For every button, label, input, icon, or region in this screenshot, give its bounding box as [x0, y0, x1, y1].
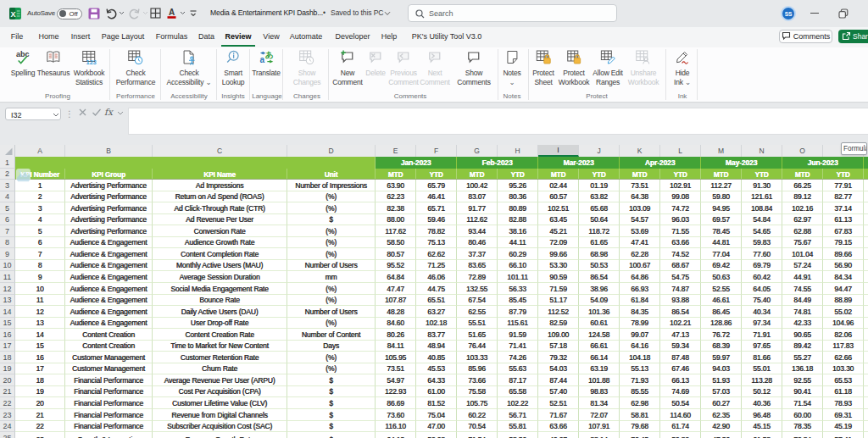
cell-O11[interactable]: 44.91 [782, 271, 823, 283]
column-header-N[interactable]: N [742, 145, 782, 157]
cell-B18[interactable]: Customer Management [65, 352, 153, 363]
cell-D16[interactable]: Number of Content [287, 329, 376, 341]
undo-icon[interactable] [105, 8, 117, 19]
cell-G8[interactable]: 80.46 [457, 237, 498, 248]
cell-G17[interactable]: 76.44 [457, 341, 498, 352]
cell-D18[interactable]: (%) [287, 352, 376, 363]
cell-B14[interactable]: Audience & Engagement [65, 306, 153, 318]
cell-M20[interactable]: 51.93 [701, 374, 742, 386]
cell-K14[interactable]: 84.35 [620, 306, 660, 318]
cell-F25[interactable]: 52.08 [416, 432, 457, 438]
customize-qat-icon[interactable] [189, 9, 198, 18]
cell-J19[interactable]: 63.19 [579, 363, 620, 374]
cell-Q12[interactable] [864, 283, 868, 295]
cell-N17[interactable]: 97.65 [742, 341, 782, 352]
cell-K13[interactable]: 61.84 [620, 295, 660, 306]
cell-I13[interactable]: 51.17 [538, 295, 579, 306]
cell-L7[interactable]: 71.55 [660, 225, 701, 237]
cell-D3[interactable]: Number of Impressions [287, 180, 376, 191]
row-header-25[interactable]: 25 [0, 432, 15, 438]
check-accessibility-button[interactable]: CheckAccessibility ⌄ [167, 50, 212, 86]
cell-B19[interactable]: Customer Management [65, 363, 153, 374]
cell-C5[interactable]: Ad Click-Through Rate (CTR) [153, 202, 287, 214]
cell-G23[interactable]: 60.22 [457, 409, 498, 421]
workbook-statistics-button[interactable]: 123WorkbookStatistics [74, 50, 105, 86]
cell-L9[interactable]: 74.52 [660, 248, 701, 260]
cell-B6[interactable]: Advertising Performance [65, 214, 153, 225]
cell-B10[interactable]: Audience & Engagement [65, 260, 153, 271]
cell-D14[interactable]: Number of Users [287, 306, 376, 318]
cell-G18[interactable]: 103.33 [457, 352, 498, 363]
cell-L11[interactable]: 54.75 [660, 271, 701, 283]
cell-E16[interactable]: 80.26 [376, 329, 416, 341]
cell-I7[interactable]: 45.21 [538, 225, 579, 237]
row-header-20[interactable]: 20 [0, 374, 15, 386]
cell-P20[interactable]: 65.53 [823, 374, 864, 386]
cell-B20[interactable]: Financial Performance [65, 374, 153, 386]
cell-F19[interactable]: 45.53 [416, 363, 457, 374]
cell-A17[interactable]: 15 [15, 341, 65, 352]
comments-button[interactable]: Comments [779, 30, 832, 43]
font-color-icon[interactable]: A [166, 8, 177, 19]
cell-E8[interactable]: 58.50 [376, 237, 416, 248]
cell-O14[interactable]: 74.81 [782, 306, 823, 318]
cell-D22[interactable]: $ [287, 397, 376, 409]
cell-L4[interactable]: 99.08 [660, 191, 701, 202]
cell-G24[interactable]: 70.54 [457, 421, 498, 432]
cell-N18[interactable]: 81.66 [742, 352, 782, 363]
tab-home[interactable]: Home [38, 32, 58, 41]
cell-M12[interactable]: 52.55 [701, 283, 742, 295]
cell-H14[interactable]: 87.79 [498, 306, 538, 318]
cell-K15[interactable]: 78.99 [620, 318, 660, 329]
cell-A8[interactable]: 6 [15, 237, 65, 248]
cell-D9[interactable]: (%) [287, 248, 376, 260]
cell-O17[interactable]: 89.42 [782, 341, 823, 352]
tab-pk-s-utility-tool-v3-0[interactable]: PK's Utility Tool V3.0 [412, 32, 482, 41]
cell-H24[interactable]: 55.81 [498, 421, 538, 432]
cell-N13[interactable]: 75.40 [742, 295, 782, 306]
cell-A19[interactable]: 17 [15, 363, 65, 374]
cell-A12[interactable]: 10 [15, 283, 65, 295]
spelling-button[interactable]: abc Spelling [11, 50, 36, 78]
cell-F13[interactable]: 65.51 [416, 295, 457, 306]
cell-L10[interactable]: 68.67 [660, 260, 701, 271]
cell-Q7[interactable] [864, 225, 868, 237]
cell-B15[interactable]: Audience & Engagement [65, 318, 153, 329]
cell-H25[interactable]: 58.36 [498, 432, 538, 438]
cell-A18[interactable]: 16 [15, 352, 65, 363]
cell-B17[interactable]: Content Creation [65, 341, 153, 352]
tab-developer[interactable]: Developer [335, 32, 370, 41]
cell-M18[interactable]: 59.97 [701, 352, 742, 363]
column-header-G[interactable]: G [457, 145, 498, 157]
cell-N20[interactable]: 113.28 [742, 374, 782, 386]
row-header-21[interactable]: 21 [0, 386, 15, 397]
cell-L17[interactable]: 59.34 [660, 341, 701, 352]
cell-G15[interactable]: 55.51 [457, 318, 498, 329]
cell-H16[interactable]: 91.59 [498, 329, 538, 341]
protect-workbook-button[interactable]: ProtectWorkbook [559, 50, 590, 86]
cell-Q18[interactable] [864, 352, 868, 363]
cell-H5[interactable]: 80.89 [498, 202, 538, 214]
cell-month-Jul-2023[interactable] [864, 157, 868, 169]
cell-N3[interactable]: 91.30 [742, 180, 782, 191]
cell-H3[interactable]: 95.26 [498, 180, 538, 191]
cell-D4[interactable]: (%) [287, 191, 376, 202]
cell-H6[interactable]: 82.88 [498, 214, 538, 225]
cell-E14[interactable]: 48.28 [376, 306, 416, 318]
cell-C11[interactable]: Average Session Duration [153, 271, 287, 283]
cell-N22[interactable]: 40.36 [742, 397, 782, 409]
cell-D12[interactable]: (%) [287, 283, 376, 295]
cell-K16[interactable]: 99.07 [620, 329, 660, 341]
undo-dropdown-icon[interactable] [119, 11, 125, 15]
cell-F3[interactable]: 65.79 [416, 180, 457, 191]
cell-L23[interactable]: 114.60 [660, 409, 701, 421]
cell-F4[interactable]: 46.41 [416, 191, 457, 202]
cell-A9[interactable]: 7 [15, 248, 65, 260]
cell-Q22[interactable] [864, 397, 868, 409]
tab-review[interactable]: Review [225, 32, 251, 41]
cell-O20[interactable]: 92.55 [782, 374, 823, 386]
cell-K18[interactable]: 104.18 [620, 352, 660, 363]
cell-K6[interactable]: 54.57 [620, 214, 660, 225]
cell-O25[interactable]: 72.84 [782, 432, 823, 438]
cell-J7[interactable]: 118.72 [579, 225, 620, 237]
